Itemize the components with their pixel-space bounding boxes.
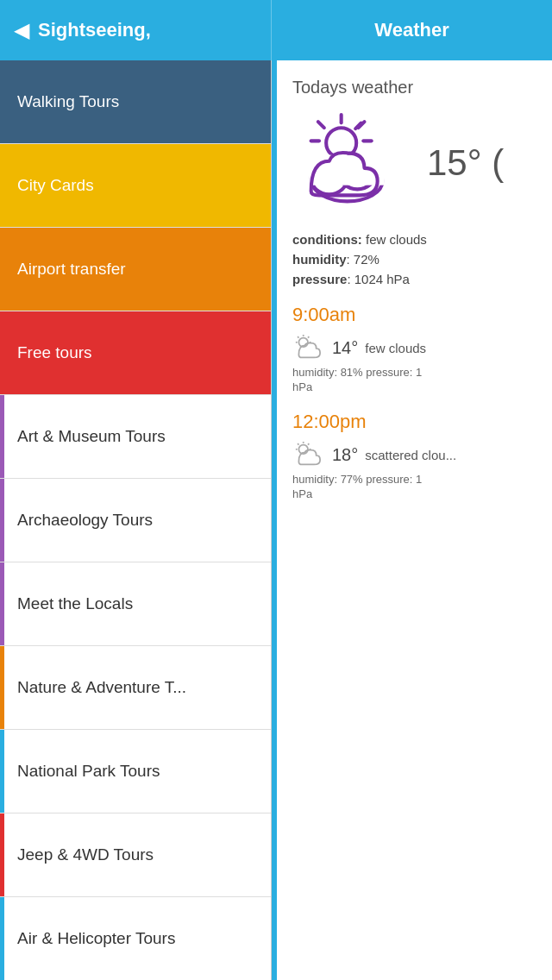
svg-line-22	[308, 443, 309, 444]
humidity-label: humidity	[292, 252, 347, 267]
forecast-hpa-9am: hPa	[292, 380, 538, 393]
sidebar-item-label: Nature & Adventure T...	[17, 678, 186, 697]
header-title-weather: Weather	[374, 19, 448, 41]
sidebar-item-free[interactable]: Free tours	[0, 311, 271, 395]
forecast-row-9am: 14° few clouds	[292, 335, 538, 361]
weather-conditions: conditions: few clouds	[292, 232, 538, 247]
svg-line-4	[318, 122, 324, 128]
forecast-condition-9am: few clouds	[365, 341, 426, 355]
sidebar-item-archaeology[interactable]: Archaeology Tours	[0, 479, 271, 562]
accent-bar	[0, 814, 4, 896]
forecast-icon-12pm	[292, 442, 323, 468]
weather-pressure: pressure: 1024 hPa	[292, 272, 538, 286]
forecast-condition-12pm: scattered clou...	[365, 448, 456, 462]
sidebar-item-label: Air & Helicopter Tours	[17, 929, 175, 948]
accent-bar	[0, 479, 4, 562]
svg-line-15	[298, 336, 298, 337]
humidity-value: : 72%	[347, 252, 380, 267]
sidebar: Walking Tours City Cards Airport transfe…	[0, 60, 272, 980]
today-weather-label: Todays weather	[292, 78, 538, 97]
svg-line-16	[308, 336, 309, 337]
header-right: Weather	[272, 19, 552, 41]
forecast-icon-9am	[292, 335, 323, 361]
forecast-temp-12pm: 18°	[332, 445, 358, 465]
forecast-time-9am: 9:00am	[292, 304, 538, 326]
weather-main-row: 15° (	[289, 111, 538, 215]
back-button[interactable]: ◀	[14, 18, 29, 42]
forecast-time-12pm: 12:00pm	[292, 411, 538, 433]
main-content: Walking Tours City Cards Airport transfe…	[0, 60, 552, 980]
conditions-label: conditions:	[292, 232, 362, 247]
pressure-label: pressure	[292, 272, 347, 286]
pressure-value: : 1024 hPa	[347, 272, 410, 286]
sidebar-item-nature[interactable]: Nature & Adventure T...	[0, 646, 271, 730]
weather-humidity: humidity: 72%	[292, 252, 538, 267]
forecast-9am: 9:00am 14° few clouds humidity: 81% pres…	[292, 304, 538, 393]
sidebar-item-jeep[interactable]: Jeep & 4WD Tours	[0, 814, 271, 897]
sidebar-item-art[interactable]: Art & Museum Tours	[0, 395, 271, 479]
accent-bar	[0, 897, 4, 980]
sidebar-item-label: Free tours	[17, 343, 92, 362]
sidebar-item-national[interactable]: National Park Tours	[0, 730, 271, 814]
forecast-hpa-12pm: hPa	[292, 487, 538, 500]
header-title-sightseeing: Sightseeing,	[38, 19, 151, 41]
sidebar-item-air[interactable]: Air & Helicopter Tours	[0, 897, 271, 980]
sidebar-item-airport[interactable]: Airport transfer	[0, 228, 271, 311]
accent-bar	[0, 562, 4, 645]
sidebar-item-walking[interactable]: Walking Tours	[0, 60, 271, 144]
forecast-row-12pm: 18° scattered clou...	[292, 442, 538, 468]
forecast-temp-9am: 14°	[332, 338, 358, 358]
forecast-12pm: 12:00pm 18° scattered clou... humidity: …	[292, 411, 538, 500]
header-left: ◀ Sightseeing,	[0, 0, 272, 60]
svg-line-21	[298, 443, 298, 444]
sidebar-item-label: Meet the Locals	[17, 594, 133, 613]
forecast-humidity-9am: humidity: 81% pressure: 1	[292, 366, 538, 379]
sidebar-item-label: Jeep & 4WD Tours	[17, 845, 154, 864]
accent-bar	[0, 646, 4, 729]
weather-details: conditions: few clouds humidity: 72% pre…	[292, 232, 538, 286]
weather-panel: Todays weather	[272, 60, 552, 980]
conditions-value: few clouds	[362, 232, 427, 247]
accent-bar	[0, 730, 4, 813]
sidebar-item-label: National Park Tours	[17, 762, 160, 781]
sidebar-item-label: Art & Museum Tours	[17, 427, 166, 446]
sidebar-item-label: Walking Tours	[17, 92, 119, 111]
sidebar-item-label: Archaeology Tours	[17, 511, 153, 530]
weather-icon-partly-cloudy	[289, 111, 410, 215]
accent-bar	[0, 395, 4, 478]
weather-temperature: 15° (	[427, 142, 504, 184]
app-header: ◀ Sightseeing, Weather	[0, 0, 552, 60]
sidebar-item-city[interactable]: City Cards	[0, 144, 271, 228]
sidebar-item-label: City Cards	[17, 176, 94, 195]
sidebar-item-meet[interactable]: Meet the Locals	[0, 562, 271, 646]
forecast-humidity-12pm: humidity: 77% pressure: 1	[292, 473, 538, 486]
sidebar-item-label: Airport transfer	[17, 260, 126, 279]
